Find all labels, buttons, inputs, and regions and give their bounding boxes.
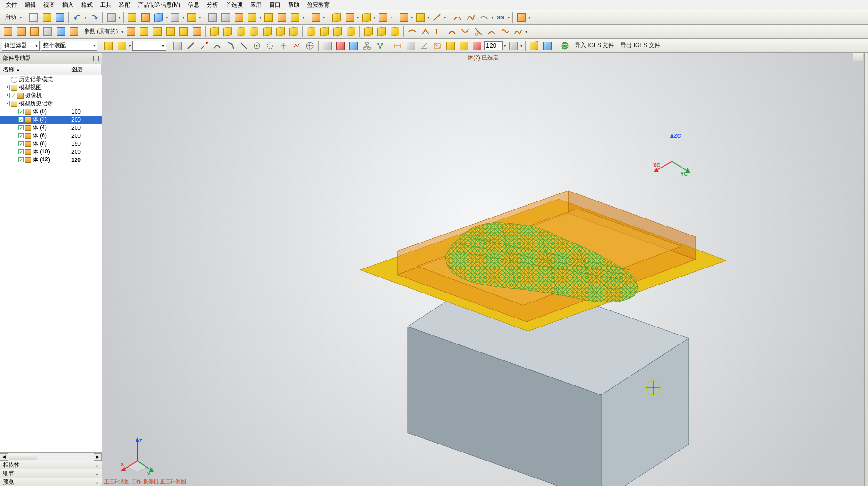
- tree-node[interactable]: ✓体 (4)200: [0, 124, 102, 132]
- section-dependency[interactable]: 相依性⌄: [0, 461, 102, 469]
- t2-c8[interactable]: [499, 25, 511, 38]
- t2-box4[interactable]: [248, 25, 260, 38]
- menu-application[interactable]: 应用: [247, 0, 265, 10]
- t2-9[interactable]: [151, 25, 163, 38]
- visibility-checkbox[interactable]: ✓: [18, 157, 24, 162]
- surface-button[interactable]: [398, 11, 410, 24]
- menu-insert[interactable]: 插入: [59, 0, 77, 10]
- menu-help[interactable]: 帮助: [284, 0, 303, 10]
- draft-button[interactable]: [233, 11, 245, 24]
- t2-box11[interactable]: [345, 25, 357, 38]
- t2-box7[interactable]: [288, 25, 300, 38]
- layer-input[interactable]: [484, 41, 503, 50]
- t2-4[interactable]: [42, 25, 54, 38]
- tree-hscroll[interactable]: ◀ ▶: [0, 452, 102, 461]
- menu-tools[interactable]: 工具: [96, 0, 115, 10]
- t2-3[interactable]: [28, 25, 41, 38]
- visibility-checkbox[interactable]: ✓: [18, 133, 24, 138]
- undo-button[interactable]: [71, 11, 84, 24]
- color-button[interactable]: [471, 40, 483, 52]
- visibility-checkbox[interactable]: ✓: [18, 141, 24, 146]
- menu-preferences[interactable]: 首选项: [222, 0, 247, 10]
- tree-node[interactable]: 历史记录模式: [0, 75, 102, 84]
- new-file-button[interactable]: [27, 11, 40, 24]
- menu-view[interactable]: 视图: [40, 0, 59, 10]
- t2-c1[interactable]: [406, 25, 418, 38]
- t2-box9[interactable]: [318, 25, 331, 38]
- t2-box14[interactable]: [389, 25, 401, 38]
- t2-box13[interactable]: [375, 25, 388, 38]
- measure-len[interactable]: [418, 40, 430, 52]
- tree-node[interactable]: +模型视图: [0, 84, 102, 92]
- measure-ruler[interactable]: [444, 40, 457, 52]
- arc-button[interactable]: [451, 11, 464, 24]
- t2-c5[interactable]: [459, 25, 471, 38]
- extrude-button[interactable]: [169, 11, 181, 24]
- filter-combo[interactable]: 择过滤器: [2, 41, 40, 51]
- sketch-button[interactable]: [105, 11, 118, 24]
- tree-node[interactable]: ✓体 (8)150: [0, 140, 102, 148]
- spline-button[interactable]: [465, 11, 477, 24]
- view-grid[interactable]: [321, 40, 333, 52]
- globe-button[interactable]: [559, 40, 571, 52]
- assembly-combo[interactable]: 整个装配: [41, 41, 97, 51]
- sel-center[interactable]: [251, 40, 263, 52]
- view-grid-b[interactable]: [348, 40, 360, 52]
- sheet-button[interactable]: [414, 11, 426, 24]
- t2-10[interactable]: [164, 25, 177, 38]
- section-detail[interactable]: 细节⌄: [0, 469, 102, 478]
- curve-button[interactable]: [478, 11, 490, 24]
- mirror-button[interactable]: [344, 11, 356, 24]
- scroll-right-button[interactable]: ▶: [94, 453, 102, 461]
- viewport-minimize-button[interactable]: —: [853, 53, 863, 61]
- t2-box6[interactable]: [274, 25, 287, 38]
- redo-button[interactable]: [88, 11, 100, 24]
- tree-node[interactable]: -模型历史记录: [0, 100, 102, 108]
- visibility-checkbox[interactable]: ✓: [18, 117, 24, 122]
- measure-dist[interactable]: [391, 40, 404, 52]
- menu-edit[interactable]: 编辑: [21, 0, 40, 10]
- t2-2[interactable]: [15, 25, 27, 38]
- offset-button[interactable]: [289, 11, 301, 24]
- instance-button[interactable]: [360, 11, 373, 24]
- t2-6[interactable]: [68, 25, 80, 38]
- t2-box12[interactable]: [362, 25, 374, 38]
- menu-file[interactable]: 文件: [2, 0, 21, 10]
- t3-2[interactable]: [116, 40, 128, 52]
- t2-c6[interactable]: [472, 25, 485, 38]
- pattern-button[interactable]: [331, 11, 343, 24]
- visibility-checkbox[interactable]: ✓: [18, 149, 24, 154]
- t2-c4[interactable]: [446, 25, 458, 38]
- navigator-pin-button[interactable]: [93, 56, 99, 61]
- tree-node[interactable]: ✓体 (0)100: [0, 108, 102, 116]
- t2-11[interactable]: [178, 25, 190, 38]
- visibility-checkbox[interactable]: ✓: [18, 125, 24, 130]
- unite-button[interactable]: [310, 11, 322, 24]
- layer-button[interactable]: [458, 40, 470, 52]
- expand-toggle[interactable]: +: [5, 85, 10, 90]
- menu-analyze[interactable]: 分析: [203, 0, 222, 10]
- right-dock-strip[interactable]: [864, 53, 868, 486]
- t2-8[interactable]: [138, 25, 150, 38]
- line-button[interactable]: [431, 11, 443, 24]
- measure-area[interactable]: [431, 40, 443, 52]
- save-button[interactable]: [54, 11, 66, 24]
- sel-endpoint[interactable]: [198, 40, 210, 52]
- datum-axis-button[interactable]: [139, 11, 152, 24]
- measure-angle[interactable]: [405, 40, 417, 52]
- t2-c9[interactable]: [512, 25, 524, 38]
- tree-node[interactable]: ✓体 (2)200: [0, 116, 102, 124]
- sel-node[interactable]: [290, 40, 303, 52]
- t3-1[interactable]: [102, 40, 115, 52]
- t2-12[interactable]: [191, 25, 203, 38]
- sel-arc2[interactable]: [224, 40, 237, 52]
- visibility-checkbox[interactable]: ✓: [11, 93, 16, 98]
- hole-button[interactable]: [206, 11, 219, 24]
- sel-tangent[interactable]: [238, 40, 250, 52]
- view-tree[interactable]: [374, 40, 386, 52]
- expand-toggle[interactable]: -: [5, 101, 10, 106]
- blend-button[interactable]: [246, 11, 258, 24]
- assy-cyl[interactable]: [541, 40, 553, 52]
- t2-box3[interactable]: [235, 25, 247, 38]
- t2-box1[interactable]: [208, 25, 221, 38]
